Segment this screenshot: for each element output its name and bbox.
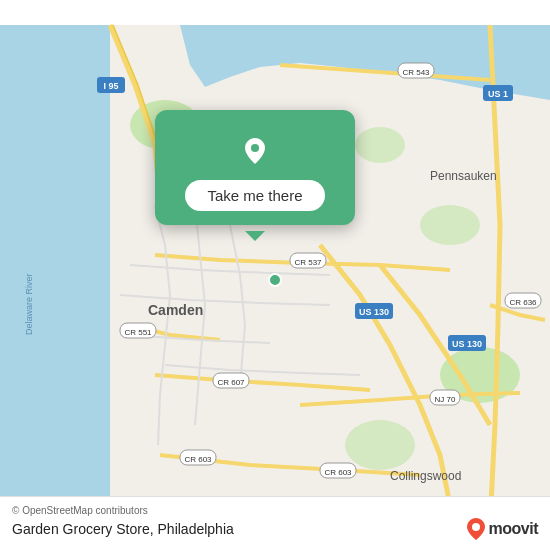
svg-text:CR 543: CR 543	[402, 68, 430, 77]
map-container: I 95 US 1 CR 543 CR 537 US 130 US 130 CR…	[0, 0, 550, 550]
svg-text:NJ 70: NJ 70	[435, 395, 456, 404]
svg-text:US 130: US 130	[359, 307, 389, 317]
svg-text:Collingswood: Collingswood	[390, 469, 461, 483]
svg-point-7	[345, 420, 415, 470]
location-pin-icon	[233, 128, 277, 172]
moovit-pin-icon	[467, 518, 485, 540]
tooltip-card: Take me there	[155, 110, 355, 225]
location-name-bar: Garden Grocery Store, Philadelphia moovi…	[12, 518, 538, 540]
svg-point-5	[420, 205, 480, 245]
svg-point-39	[472, 523, 480, 531]
svg-text:CR 636: CR 636	[509, 298, 537, 307]
svg-point-4	[355, 127, 405, 163]
bottom-bar: © OpenStreetMap contributors Garden Groc…	[0, 496, 550, 550]
svg-text:CR 537: CR 537	[294, 258, 322, 267]
svg-text:US 1: US 1	[488, 89, 508, 99]
moovit-logo: moovit	[467, 518, 538, 540]
svg-text:CR 551: CR 551	[124, 328, 152, 337]
svg-text:Delaware River: Delaware River	[24, 273, 34, 335]
svg-text:CR 603: CR 603	[324, 468, 352, 477]
take-me-there-button[interactable]: Take me there	[185, 180, 324, 211]
svg-text:Pennsauken: Pennsauken	[430, 169, 497, 183]
svg-text:CR 607: CR 607	[217, 378, 245, 387]
svg-text:US 130: US 130	[452, 339, 482, 349]
svg-text:I 95: I 95	[103, 81, 118, 91]
svg-text:Camden: Camden	[148, 302, 203, 318]
map-background: I 95 US 1 CR 543 CR 537 US 130 US 130 CR…	[0, 0, 550, 550]
svg-text:CR 603: CR 603	[184, 455, 212, 464]
svg-point-38	[251, 144, 259, 152]
svg-point-36	[269, 274, 281, 286]
attribution-text: © OpenStreetMap contributors	[12, 505, 538, 516]
moovit-brand-text: moovit	[489, 520, 538, 538]
location-name-text: Garden Grocery Store, Philadelphia	[12, 521, 234, 537]
